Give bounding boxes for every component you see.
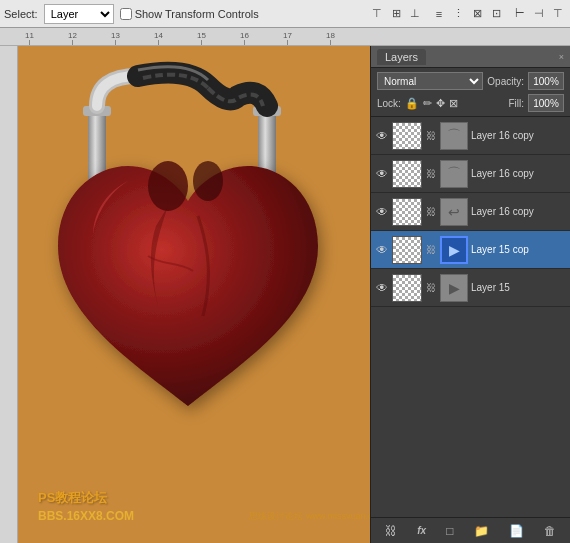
delete-layer-icon[interactable]: 🗑 [540,522,560,540]
distribute-h-icon[interactable]: ≡ [431,6,447,22]
layer-select[interactable]: Layer [44,4,114,24]
link-icon[interactable]: ⛓ [425,206,437,218]
layers-panel-bottom: ⛓ fx □ 📁 📄 🗑 [371,517,570,543]
layer-item[interactable]: 👁 ⛓ ↩ Layer 16 copy [371,193,570,231]
all-lock-icon[interactable]: ⊠ [449,97,458,110]
layers-tab[interactable]: Layers [377,49,426,65]
mask-thumbnail: ⌒ [440,160,468,188]
link-icon[interactable]: ⛓ [425,282,437,294]
main-toolbar: Select: Layer Show Transform Controls ⊤ … [0,0,570,28]
align-top-icon[interactable]: ⊤ [369,6,385,22]
lock-icon[interactable]: 🔒 [405,97,419,110]
transform-controls-checkbox[interactable] [120,8,132,20]
mask-thumbnail: ▶ [440,236,468,264]
distribute-icon3[interactable]: ⊡ [488,6,504,22]
layer-thumbnail [392,236,422,264]
extra-icons: ⊢ ⊣ ⊤ [512,6,566,22]
toolbar-icons-group: ⊤ ⊞ ⊥ ≡ ⋮ ⊠ ⊡ ⊢ ⊣ ⊤ [369,6,566,22]
extra-icon1[interactable]: ⊢ [512,6,528,22]
layer-thumbnail [392,160,422,188]
adjustment-icon[interactable]: □ [442,522,457,540]
layers-panel-header: Layers × [371,46,570,68]
distribute-icons: ≡ ⋮ ⊠ ⊡ [431,6,504,22]
layer-name: Layer 16 copy [471,130,566,141]
mask-thumbnail: ↩ [440,198,468,226]
svg-point-5 [193,161,223,201]
heart-svg [38,106,338,446]
link-bottom-icon[interactable]: ⛓ [381,522,401,540]
layer-thumbnail [392,122,422,150]
ruler-vertical [0,46,18,543]
extra-icon2[interactable]: ⊣ [531,6,547,22]
layer-item-active[interactable]: 👁 ⛓ ▶ Layer 15 cop [371,231,570,269]
canvas-area: PS教程论坛 BBS.16XX8.COM 思练设计论坛 www.missvuan… [0,46,570,543]
align-icons: ⊤ ⊞ ⊥ [369,6,423,22]
link-icon[interactable]: ⛓ [425,130,437,142]
eye-icon[interactable]: 👁 [375,281,389,295]
ruler-horizontal: 11 12 13 14 15 16 17 18 [0,28,570,46]
layer-name: Layer 15 [471,282,566,293]
layer-item[interactable]: 👁 ⛓ ⌒ Layer 16 copy [371,155,570,193]
transform-controls-wrap: Show Transform Controls [120,8,259,20]
link-icon[interactable]: ⛓ [425,244,437,256]
layer-item[interactable]: 👁 ⛓ ⌒ Layer 16 copy [371,117,570,155]
layers-tab-close[interactable]: × [559,52,564,62]
watermark-right: 思练设计论坛 www.missvuan.com [249,510,385,523]
layer-thumbnail [392,198,422,226]
lock-fill-row: Lock: 🔒 ✏ ✥ ⊠ Fill: [377,94,564,112]
layers-list[interactable]: 👁 ⛓ ⌒ Layer 16 copy 👁 ⛓ ⌒ Layer 16 copy [371,117,570,517]
layer-thumbnail [392,274,422,302]
eye-icon[interactable]: 👁 [375,243,389,257]
layer-name: Layer 16 copy [471,206,566,217]
layers-controls: Normal Opacity: Lock: 🔒 ✏ ✥ ⊠ Fill: [371,68,570,117]
folder-icon[interactable]: 📁 [470,522,493,540]
fill-label: Fill: [508,98,524,109]
brush-icon[interactable]: ✏ [423,97,432,110]
blend-opacity-row: Normal Opacity: [377,72,564,90]
layer-name: Layer 15 cop [471,244,566,255]
main-canvas: PS教程论坛 BBS.16XX8.COM 思练设计论坛 www.missvuan… [18,46,570,543]
lock-label: Lock: [377,98,401,109]
layer-item[interactable]: 👁 ⛓ ▶ Layer 15 [371,269,570,307]
opacity-label: Opacity: [487,76,524,87]
new-layer-icon[interactable]: 📄 [505,522,528,540]
link-icon[interactable]: ⛓ [425,168,437,180]
mask-thumbnail: ▶ [440,274,468,302]
fill-input[interactable] [528,94,564,112]
eye-icon[interactable]: 👁 [375,167,389,181]
align-middle-icon[interactable]: ⊞ [388,6,404,22]
opacity-input[interactable] [528,72,564,90]
distribute-v-icon[interactable]: ⋮ [450,6,466,22]
mask-thumbnail: ⌒ [440,122,468,150]
select-label: Select: [4,8,38,20]
layers-panel: Layers × Normal Opacity: Lock: 🔒 ✏ ✥ [370,46,570,543]
align-bottom-icon[interactable]: ⊥ [407,6,423,22]
watermark-line1: PS教程论坛 [38,489,390,507]
blend-mode-select[interactable]: Normal [377,72,483,90]
eye-icon[interactable]: 👁 [375,205,389,219]
svg-point-4 [148,161,188,211]
distribute-icon2[interactable]: ⊠ [469,6,485,22]
eye-icon[interactable]: 👁 [375,129,389,143]
fx-icon[interactable]: fx [413,523,430,538]
layer-name: Layer 16 copy [471,168,566,179]
extra-icon3[interactable]: ⊤ [550,6,566,22]
transform-controls-label: Show Transform Controls [135,8,259,20]
move-icon[interactable]: ✥ [436,97,445,110]
